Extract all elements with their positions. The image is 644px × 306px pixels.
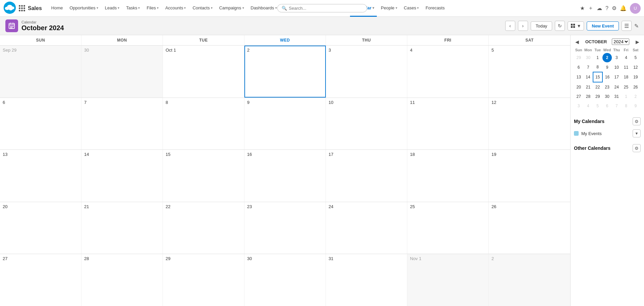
mini-cal-day[interactable]: 13 <box>574 72 583 82</box>
calendar-day-cell[interactable]: 21 <box>81 202 163 254</box>
mini-cal-day[interactable]: 21 <box>583 82 593 92</box>
mini-cal-day[interactable]: 11 <box>621 62 631 72</box>
edit-icon[interactable]: ✎ <box>634 23 639 29</box>
calendar-day-cell[interactable]: 5 <box>489 46 570 98</box>
calendar-day-cell[interactable]: 16 <box>244 150 326 202</box>
mini-cal-day[interactable]: 2 <box>631 92 640 101</box>
calendar-day-cell[interactable]: Nov 1 <box>407 254 489 306</box>
calendar-day-cell[interactable]: 29 <box>163 254 244 306</box>
mini-cal-day[interactable]: 2 <box>602 53 612 62</box>
mini-cal-day[interactable]: 9 <box>602 62 612 72</box>
search-bar[interactable]: 🔍 <box>277 4 367 12</box>
calendar-day-cell[interactable]: 3 <box>326 46 407 98</box>
search-input[interactable] <box>289 6 363 11</box>
help-icon[interactable]: ? <box>605 5 608 11</box>
mini-cal-day[interactable]: 20 <box>574 82 583 92</box>
favorites-icon[interactable]: ★ <box>580 5 585 11</box>
mini-cal-day[interactable]: 3 <box>574 101 583 111</box>
calendar-day-cell[interactable]: 10 <box>326 98 407 150</box>
apps-grid-icon[interactable] <box>19 5 25 11</box>
calendar-day-cell[interactable]: 12 <box>489 98 570 150</box>
mini-cal-year-select[interactable]: 202320242025 <box>612 39 629 45</box>
calendar-day-cell[interactable]: 2 <box>244 46 326 98</box>
nav-item-people[interactable]: People▾ <box>378 0 400 17</box>
nav-item-home[interactable]: Home <box>49 0 66 17</box>
nav-item-dashboards[interactable]: Dashboards▾ <box>248 0 280 17</box>
calendar-day-cell[interactable]: 31 <box>326 254 407 306</box>
mini-cal-day[interactable]: 24 <box>612 82 621 92</box>
user-avatar[interactable]: U <box>630 3 641 14</box>
mini-cal-day[interactable]: 5 <box>631 53 640 62</box>
other-calendars-gear-button[interactable]: ⚙ <box>633 144 641 152</box>
nav-item-opportunities[interactable]: Opportunities▾ <box>67 0 101 17</box>
calendar-day-cell[interactable]: 18 <box>407 150 489 202</box>
calendar-day-cell[interactable]: 26 <box>489 202 570 254</box>
mini-cal-day[interactable]: 5 <box>593 101 602 111</box>
mini-cal-day[interactable]: 16 <box>602 72 612 82</box>
mini-cal-prev-button[interactable]: ◀ <box>574 39 580 45</box>
calendar-day-cell[interactable]: 13 <box>0 150 81 202</box>
nav-item-files[interactable]: Files▾ <box>144 0 161 17</box>
calendar-day-cell[interactable]: 25 <box>407 202 489 254</box>
mini-cal-day[interactable]: 18 <box>621 72 631 82</box>
calendar-day-cell[interactable]: Sep 29 <box>0 46 81 98</box>
calendar-day-cell[interactable]: 17 <box>326 150 407 202</box>
my-calendars-gear-button[interactable]: ⚙ <box>633 117 641 125</box>
today-button[interactable]: Today <box>531 21 552 30</box>
mini-cal-day[interactable]: 29 <box>593 92 602 101</box>
nav-item-leads[interactable]: Leads▾ <box>102 0 122 17</box>
calendar-day-cell[interactable]: 8 <box>163 98 244 150</box>
nav-item-contacts[interactable]: Contacts▾ <box>190 0 215 17</box>
mini-cal-day[interactable]: 4 <box>583 101 593 111</box>
mini-cal-day[interactable]: 3 <box>612 53 621 62</box>
mini-cal-day[interactable]: 8 <box>593 62 602 72</box>
calendar-day-cell[interactable]: 7 <box>81 98 163 150</box>
mini-cal-day[interactable]: 19 <box>631 72 640 82</box>
mini-cal-day[interactable]: 6 <box>574 62 583 72</box>
calendar-day-cell[interactable]: 28 <box>81 254 163 306</box>
calendar-day-cell[interactable]: 14 <box>81 150 163 202</box>
mini-cal-day[interactable]: 22 <box>593 82 602 92</box>
new-event-button[interactable]: New Event <box>587 21 619 30</box>
my-events-chevron-button[interactable]: ▼ <box>633 129 641 137</box>
calendar-day-cell[interactable]: 22 <box>163 202 244 254</box>
calendar-day-cell[interactable]: Oct 1 <box>163 46 244 98</box>
calendar-day-cell[interactable]: 6 <box>0 98 81 150</box>
mini-cal-day[interactable]: 28 <box>583 92 593 101</box>
next-month-button[interactable]: › <box>518 21 528 31</box>
calendar-day-cell[interactable]: 15 <box>163 150 244 202</box>
calendar-day-cell[interactable]: 30 <box>244 254 326 306</box>
mini-cal-day[interactable]: 15 <box>593 72 602 82</box>
mini-cal-day[interactable]: 10 <box>612 62 621 72</box>
refresh-button[interactable]: ↻ <box>555 21 565 31</box>
mini-cal-day[interactable]: 1 <box>621 92 631 101</box>
mini-cal-day[interactable]: 25 <box>621 82 631 92</box>
mini-cal-day[interactable]: 31 <box>612 92 621 101</box>
mini-cal-day[interactable]: 17 <box>612 72 621 82</box>
calendar-day-cell[interactable]: 24 <box>326 202 407 254</box>
mini-cal-day[interactable]: 29 <box>574 53 583 62</box>
prev-month-button[interactable]: ‹ <box>505 21 515 31</box>
mini-cal-day[interactable]: 4 <box>621 53 631 62</box>
notifications-icon[interactable]: 🔔 <box>620 5 627 11</box>
nav-item-tasks[interactable]: Tasks▾ <box>123 0 142 17</box>
mini-cal-day[interactable]: 6 <box>602 101 612 111</box>
calendar-day-cell[interactable]: 9 <box>244 98 326 150</box>
calendar-day-cell[interactable]: 27 <box>0 254 81 306</box>
nav-item-accounts[interactable]: Accounts▾ <box>163 0 188 17</box>
mini-cal-day[interactable]: 27 <box>574 92 583 101</box>
calendar-day-cell[interactable]: 19 <box>489 150 570 202</box>
calendar-day-cell[interactable]: 23 <box>244 202 326 254</box>
mini-cal-day[interactable]: 1 <box>593 53 602 62</box>
calendar-day-cell[interactable]: 2 <box>489 254 570 306</box>
settings-icon[interactable]: ⚙ <box>612 5 617 11</box>
list-view-button[interactable]: ☰ <box>622 21 632 31</box>
mini-cal-next-button[interactable]: ▶ <box>634 39 641 45</box>
mini-cal-day[interactable]: 26 <box>631 82 640 92</box>
mini-cal-day[interactable]: 8 <box>621 101 631 111</box>
mini-cal-day[interactable]: 30 <box>583 53 593 62</box>
app-logo[interactable] <box>3 1 16 15</box>
calendar-day-cell[interactable]: 30 <box>81 46 163 98</box>
nav-item-cases[interactable]: Cases▾ <box>401 0 422 17</box>
mini-cal-day[interactable]: 12 <box>631 62 640 72</box>
